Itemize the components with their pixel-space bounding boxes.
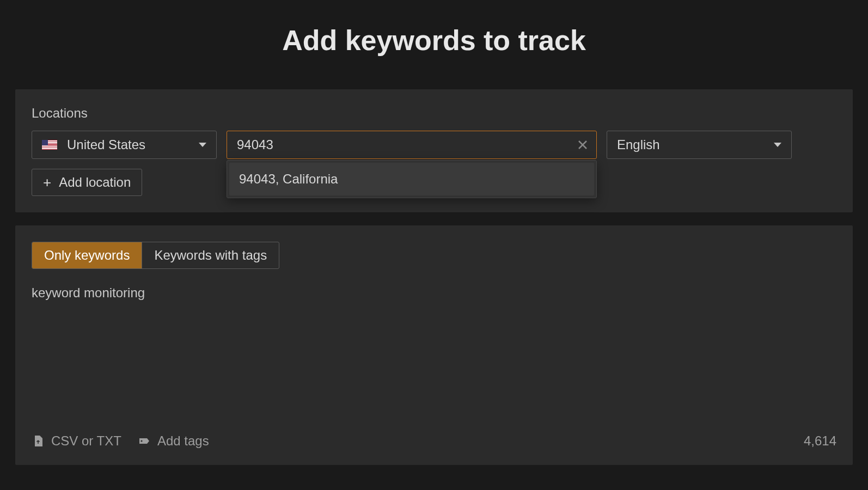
upload-csv-link[interactable]: CSV or TXT xyxy=(32,433,121,449)
tag-icon xyxy=(138,434,151,448)
svg-point-2 xyxy=(140,440,142,442)
page-title: Add keywords to track xyxy=(0,0,868,89)
add-location-label: Add location xyxy=(59,175,131,190)
upload-icon xyxy=(32,434,45,448)
keywords-toggle: Only keywords Keywords with tags xyxy=(32,242,279,269)
keywords-textarea[interactable]: keyword monitoring xyxy=(32,285,836,433)
close-icon[interactable] xyxy=(576,138,589,151)
language-select[interactable]: English xyxy=(607,131,792,159)
keywords-footer: CSV or TXT Add tags 4,614 xyxy=(32,433,836,449)
chevron-down-icon xyxy=(199,143,206,147)
language-value: English xyxy=(617,137,660,152)
country-select[interactable]: United States xyxy=(32,131,217,159)
us-flag-icon xyxy=(42,140,57,150)
add-tags-link[interactable]: Add tags xyxy=(138,433,209,449)
keywords-panel: Only keywords Keywords with tags keyword… xyxy=(15,225,853,465)
locations-row: United States 94043, California English xyxy=(32,131,836,159)
location-suggestions: 94043, California xyxy=(227,160,597,198)
upload-label: CSV or TXT xyxy=(51,433,121,449)
location-search-input[interactable] xyxy=(227,131,597,159)
chevron-down-icon xyxy=(774,143,781,147)
location-search-wrap: 94043, California xyxy=(227,131,597,159)
country-value: United States xyxy=(67,137,145,152)
tab-only-keywords[interactable]: Only keywords xyxy=(32,242,142,268)
suggestion-item[interactable]: 94043, California xyxy=(229,163,594,195)
tab-keywords-with-tags[interactable]: Keywords with tags xyxy=(142,242,279,268)
keyword-counter: 4,614 xyxy=(804,433,836,449)
plus-icon: + xyxy=(43,175,51,189)
add-location-button[interactable]: + Add location xyxy=(32,169,142,196)
locations-panel: Locations United States 94043, Californi… xyxy=(15,89,853,212)
locations-label: Locations xyxy=(32,106,836,121)
add-tags-label: Add tags xyxy=(157,433,209,449)
